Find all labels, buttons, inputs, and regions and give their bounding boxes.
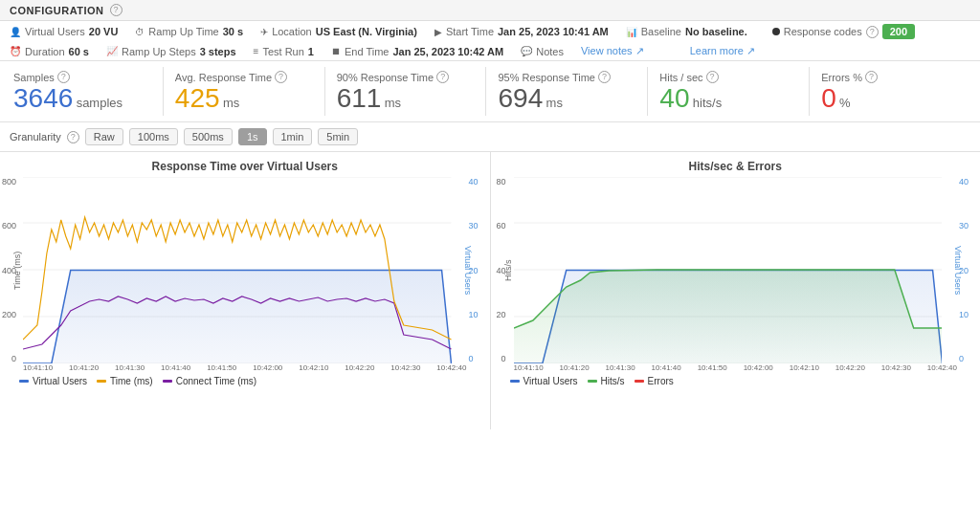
95pct-info[interactable]: ?	[598, 71, 611, 83]
avg-response-info[interactable]: ?	[275, 71, 287, 83]
legend-vu-dot	[19, 380, 29, 383]
start-time-config: ▶ Start Time Jan 25, 2023 10:41 AM	[434, 26, 609, 37]
legend2-hits: Hits/s	[588, 376, 625, 386]
errors-info[interactable]: ?	[865, 71, 878, 83]
samples-value: 3646 samples	[13, 85, 151, 112]
hits-label: Hits / sec ?	[659, 71, 797, 83]
rc-info-icon[interactable]: ?	[866, 26, 879, 38]
hits-info[interactable]: ?	[706, 71, 719, 83]
end-value: Jan 25, 2023 10:42 AM	[392, 46, 503, 57]
hits-number: 40	[659, 83, 689, 113]
svg-marker-14	[514, 270, 943, 363]
95pct-unit: ms	[546, 96, 563, 110]
baseline-icon: 📊	[626, 27, 637, 37]
steps-icon: 📈	[106, 46, 118, 56]
vu-icon: 👤	[10, 27, 21, 37]
location-config: ✈ Location US East (N. Virginia)	[260, 26, 417, 37]
vu-value: 20 VU	[89, 26, 119, 37]
vu-label: Virtual Users	[25, 26, 85, 37]
hits-value: 40 hits/s	[659, 85, 797, 112]
config-header: CONFIGURATION ?	[0, 0, 980, 21]
legend-time-label: Time (ms)	[110, 376, 153, 386]
svg-marker-6	[23, 271, 452, 364]
chart2-body: Hits/s	[501, 177, 971, 363]
legend-time-dot	[97, 380, 106, 383]
gran-btn-5min[interactable]: 5min	[318, 128, 358, 145]
metric-hits: Hits / sec ? 40 hits/s	[648, 67, 810, 116]
config-row-2: ⏰ Duration 60 s 📈 Ramp Up Steps 3 steps …	[10, 42, 970, 60]
chart1-y-right-axis: 403020100	[468, 177, 478, 363]
chart-hits-errors: Hits/sec & Errors Hits/s	[491, 152, 981, 429]
chart2-svg	[514, 177, 943, 363]
config-title: CONFIGURATION	[10, 5, 104, 16]
gran-btn-raw[interactable]: Raw	[85, 128, 123, 145]
samples-label: Samples ?	[13, 71, 151, 83]
baseline-label: Baseline	[641, 26, 681, 37]
loc-icon: ✈	[260, 27, 268, 37]
baseline-config: 📊 Baseline No baseline.	[626, 26, 747, 37]
chart1-svg-container: 403020100 8006004002000	[23, 177, 452, 363]
rc-dot	[772, 28, 780, 35]
legend-connect: Connect Time (ms)	[163, 376, 256, 386]
avg-response-label: Avg. Response Time ?	[175, 71, 313, 83]
test-run-config: ≡ Test Run 1	[254, 46, 314, 57]
avg-response-value: 425 ms	[175, 85, 313, 112]
legend2-errors-label: Errors	[648, 376, 674, 386]
metric-avg-response: Avg. Response Time ? 425 ms	[164, 67, 325, 116]
legend2-vu-dot	[510, 380, 520, 383]
ramp-icon: ⏱	[135, 27, 145, 37]
samples-info[interactable]: ?	[57, 71, 70, 83]
config-row-1: 👤 Virtual Users 20 VU ⏱ Ramp Up Time 30 …	[10, 21, 970, 42]
ramp-up-time-config: ⏱ Ramp Up Time 30 s	[135, 26, 243, 37]
legend2-errors-dot	[635, 380, 644, 383]
chart2-title: Hits/sec & Errors	[501, 160, 971, 173]
start-label: Start Time	[446, 26, 494, 37]
metric-errors: Errors % ? 0 %	[810, 67, 970, 116]
chart2-y-left-axis: 806040200	[497, 177, 506, 363]
legend-connect-dot	[163, 380, 172, 383]
gran-btn-100ms[interactable]: 100ms	[129, 128, 178, 145]
95pct-label: 95% Response Time ?	[498, 71, 635, 83]
loc-value: US East (N. Virginia)	[316, 26, 417, 37]
dur-label: Duration	[25, 46, 65, 57]
chart1-y-left-axis: 8006004002000	[2, 177, 16, 363]
legend-vu-label: Virtual Users	[33, 376, 87, 386]
granularity-info[interactable]: ?	[67, 131, 79, 143]
errors-unit: %	[839, 96, 851, 110]
testrun-label: Test Run	[262, 46, 303, 57]
chart1-legend: Virtual Users Time (ms) Connect Time (ms…	[10, 374, 480, 388]
chart1-svg	[23, 177, 452, 363]
legend-time: Time (ms)	[97, 376, 153, 386]
end-label: End Time	[345, 46, 389, 57]
gran-btn-500ms[interactable]: 500ms	[184, 128, 233, 145]
chart2-y-right-axis: 403020100	[959, 177, 969, 363]
gran-btn-1min[interactable]: 1min	[273, 128, 313, 145]
view-notes-group: View notes ↗	[581, 45, 644, 57]
90pct-label: 90% Response Time ?	[337, 71, 475, 83]
notes-label: Notes	[536, 46, 564, 57]
errors-label: Errors % ?	[821, 71, 959, 83]
steps-label: Ramp Up Steps	[122, 46, 196, 57]
view-notes-link[interactable]: View notes ↗	[581, 45, 644, 57]
avg-response-unit: ms	[223, 96, 239, 110]
virtual-users-config: 👤 Virtual Users 20 VU	[10, 26, 118, 37]
notes-config: 💬 Notes	[521, 46, 564, 57]
duration-config: ⏰ Duration 60 s	[10, 46, 89, 57]
metric-95pct: 95% Response Time ? 694 ms	[486, 67, 648, 116]
start-icon: ▶	[434, 27, 442, 37]
95pct-number: 694	[498, 83, 543, 113]
errors-value: 0 %	[821, 85, 959, 112]
gran-btn-1s[interactable]: 1s	[238, 128, 267, 145]
response-badge: 200	[882, 24, 915, 39]
legend-vu: Virtual Users	[19, 376, 87, 386]
legend2-vu: Virtual Users	[510, 376, 578, 386]
90pct-info[interactable]: ?	[436, 71, 449, 83]
learn-more-group: Learn more ↗	[690, 45, 755, 57]
samples-unit: samples	[77, 96, 122, 110]
samples-number: 3646	[13, 83, 73, 113]
dur-icon: ⏰	[10, 46, 21, 56]
learn-more-link[interactable]: Learn more ↗	[690, 45, 755, 57]
config-info-icon[interactable]: ?	[110, 4, 122, 16]
steps-value: 3 steps	[200, 46, 236, 57]
testrun-value: 1	[308, 46, 314, 57]
